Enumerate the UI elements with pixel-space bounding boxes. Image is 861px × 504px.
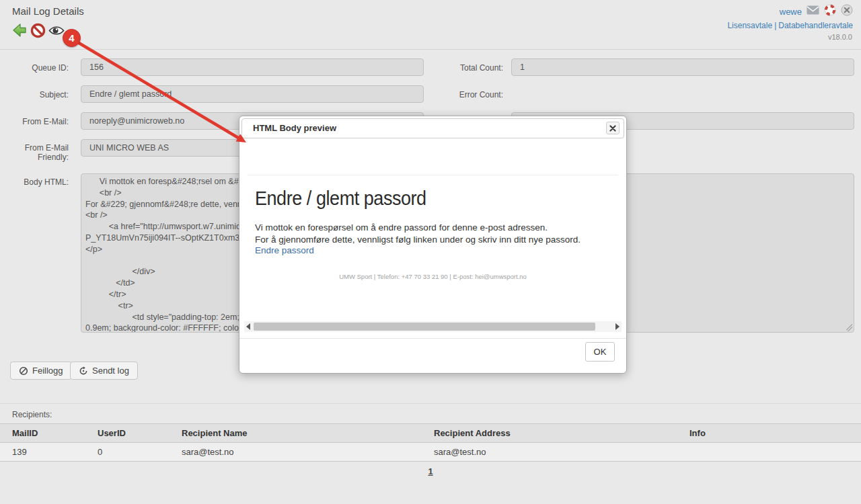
mail-log-details-page: Mail Log Details wewe (0, 0, 861, 504)
link-separator: | (772, 21, 778, 30)
email-body-line1: Vi mottok en forespørsel om å endre pass… (255, 222, 581, 234)
page-1-link[interactable]: 1 (428, 466, 433, 476)
modal-close-button[interactable] (606, 122, 620, 134)
sendt-log-label: Sendt log (92, 366, 129, 376)
horizontal-scrollbar[interactable] (244, 321, 622, 332)
col-userid: UserID (85, 424, 170, 443)
no-entry-icon (30, 23, 46, 38)
scroll-right-arrow-icon[interactable] (615, 323, 620, 330)
queue-id-input[interactable] (81, 58, 424, 76)
email-body: Vi mottok en forespørsel om å endre pass… (255, 222, 581, 245)
cell-recipient-name: sara@test.no (170, 443, 422, 462)
modal-footer-divider (239, 338, 626, 339)
email-endre-passord-link[interactable]: Endre passord (255, 245, 314, 255)
subject-input[interactable] (81, 85, 424, 103)
resize-handle-icon[interactable] (845, 324, 852, 331)
col-recipient-name: Recipient Name (170, 424, 422, 443)
pagination: 1 (0, 465, 861, 477)
scroll-left-arrow-icon[interactable] (246, 323, 250, 330)
user-bar: wewe (780, 4, 853, 19)
error-count-label: Error Count: (430, 90, 503, 99)
sendt-log-button[interactable]: Sendt log (70, 362, 138, 380)
recipients-table: MailID UserID Recipient Name Recipient A… (0, 423, 861, 462)
back-button[interactable] (12, 23, 27, 40)
block-button[interactable] (30, 23, 46, 41)
header-divider (0, 49, 861, 50)
email-header-divider (248, 175, 618, 175)
mail-icon[interactable] (807, 5, 819, 17)
user-link[interactable]: wewe (780, 7, 802, 17)
legal-links: Lisensavtale|Databehandleravtale (727, 21, 853, 30)
close-session-icon[interactable] (841, 4, 853, 19)
email-heading: Endre / glemt passord (255, 187, 426, 210)
lisensavtale-link[interactable]: Lisensavtale (727, 21, 772, 30)
col-recipient-address: Recipient Address (422, 424, 677, 443)
close-icon (609, 125, 616, 132)
error-log-icon (19, 366, 28, 376)
step-badge: 4 (63, 29, 81, 47)
cell-info (677, 443, 861, 462)
modal-title: HTML Body preview (253, 119, 336, 138)
section-divider (0, 403, 861, 404)
history-icon (79, 366, 88, 376)
page-title: Mail Log Details (12, 5, 84, 17)
scrollbar-thumb[interactable] (254, 323, 595, 331)
from-email-friendly-label: From E-MailFriendly: (0, 143, 69, 162)
email-body-line2: For å gjennomføre dette, vennligst følg … (255, 234, 581, 246)
feillogg-label: Feillogg (32, 366, 63, 376)
version-label: v18.0.0 (828, 33, 852, 41)
recipients-header-row: MailID UserID Recipient Name Recipient A… (0, 424, 861, 443)
eye-icon (48, 24, 65, 37)
cell-userid: 0 (85, 443, 170, 462)
help-lifering-icon[interactable] (824, 4, 836, 19)
feillogg-button[interactable]: Feillogg (10, 362, 72, 380)
back-arrow-icon (12, 23, 27, 38)
databehandleravtale-link[interactable]: Databehandleravtale (778, 21, 853, 30)
cell-recipient-address: sara@test.no (422, 443, 677, 462)
col-mailid: MailID (0, 424, 85, 443)
total-count-input[interactable] (511, 58, 854, 76)
from-email-friendly-label-line1: From E-Mail (25, 143, 69, 153)
html-body-preview-modal: HTML Body preview Endre / glemt passord … (239, 116, 627, 374)
cell-mailid: 139 (0, 443, 85, 462)
from-email-label: From E-Mail: (0, 117, 69, 126)
ok-button[interactable]: OK (585, 342, 615, 362)
table-row[interactable]: 139 0 sara@test.no sara@test.no (0, 443, 861, 462)
from-email-friendly-label-line2: Friendly: (38, 153, 69, 162)
recipients-section-label: Recipients: (12, 410, 52, 419)
total-count-label: Total Count: (430, 63, 503, 73)
body-html-label: Body HTML: (0, 177, 69, 187)
queue-id-label: Queue ID: (0, 63, 69, 73)
col-info: Info (677, 424, 861, 443)
modal-titlebar[interactable]: HTML Body preview (241, 118, 624, 138)
email-footer: UMW Sport | Telefon: +47 70 33 21 90 | E… (239, 273, 626, 280)
subject-label: Subject: (0, 90, 69, 99)
